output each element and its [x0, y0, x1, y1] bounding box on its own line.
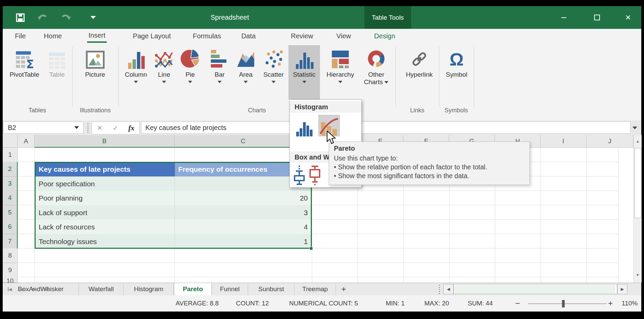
maximize-button[interactable]	[587, 6, 607, 29]
row-header-2[interactable]: 2	[3, 162, 18, 176]
sheet-tab-funnel[interactable]: Funnel	[212, 283, 248, 295]
dropdown-arrow-icon	[271, 81, 276, 83]
row-header-4[interactable]: 4	[3, 191, 18, 205]
previous-sheet-button[interactable]: ◀	[17, 283, 27, 295]
sheet-tab-pareto[interactable]: Pareto	[174, 283, 212, 295]
other-charts-button[interactable]: Other Charts	[360, 45, 393, 99]
tab-home[interactable]: Home	[37, 29, 69, 43]
vertical-scroll-thumb[interactable]	[635, 148, 641, 218]
status-max: MAX: 20	[424, 295, 449, 312]
sheet-tab-treemap[interactable]: Treemap	[295, 283, 336, 295]
cell-b6[interactable]: Lack of resources	[35, 220, 175, 234]
row-header-9[interactable]: 9	[3, 263, 18, 278]
box-whisker-red-item[interactable]	[308, 165, 322, 187]
quick-access-dropdown[interactable]	[87, 6, 99, 29]
line-chart-button[interactable]: Line	[152, 45, 176, 99]
zoom-out-button[interactable]: −	[515, 295, 520, 312]
bar-chart-button[interactable]: Bar	[207, 45, 232, 99]
cell-c4[interactable]: 20	[175, 191, 312, 205]
column-header-i[interactable]: I	[541, 135, 586, 148]
tab-page-layout[interactable]: Page Layout	[123, 29, 181, 43]
zoom-level[interactable]: 110%	[622, 295, 638, 312]
tab-review[interactable]: Review	[283, 29, 321, 43]
expand-formula-bar-button[interactable]	[632, 127, 637, 129]
scroll-down-icon[interactable]: ▼	[634, 271, 642, 279]
row-header-1[interactable]: 1	[3, 148, 18, 162]
tab-formulas[interactable]: Formulas	[186, 29, 228, 43]
hierarchy-chart-button[interactable]: Hierarchy	[323, 45, 358, 99]
close-button[interactable]: ✕	[618, 6, 638, 29]
zoom-slider[interactable]	[528, 303, 607, 304]
cell-b5[interactable]: Lack of support	[35, 205, 175, 220]
pie-chart-button[interactable]: Pie	[178, 45, 202, 99]
row-header-10[interactable]: 10	[3, 277, 18, 283]
statistic-chart-button[interactable]: Statistic	[288, 45, 320, 99]
column-header-a[interactable]: A	[18, 135, 35, 148]
cell-b4[interactable]: Poor planning	[35, 191, 175, 205]
sheet-tab-histogram[interactable]: Histogram	[124, 283, 174, 295]
scatter-chart-icon	[259, 47, 288, 69]
scroll-up-icon[interactable]: ▲	[634, 137, 642, 145]
row-header-6[interactable]: 6	[3, 220, 18, 234]
bar-chart-icon	[207, 47, 232, 69]
picture-button[interactable]: Picture	[79, 45, 111, 99]
cell-c7[interactable]: 1	[175, 234, 312, 249]
symbol-button[interactable]: Ω Symbol	[442, 45, 471, 99]
tab-data[interactable]: Data	[233, 29, 264, 43]
dropdown-arrow-icon	[134, 81, 138, 83]
scatter-chart-button[interactable]: Scatter	[259, 45, 288, 99]
next-sheet-button[interactable]: ▶	[29, 283, 39, 295]
sheet-tab-waterfall[interactable]: Waterfall	[79, 283, 124, 295]
cell-c5[interactable]: 3	[175, 205, 312, 220]
zoom-slider-thumb[interactable]	[562, 300, 565, 307]
area-chart-button[interactable]: Area	[233, 45, 259, 99]
save-button[interactable]	[13, 6, 28, 29]
cancel-entry-icon[interactable]: ✕	[97, 124, 103, 132]
zoom-in-button[interactable]: +	[608, 295, 613, 312]
select-all-corner[interactable]	[3, 135, 18, 148]
insert-function-icon[interactable]: fx	[128, 124, 135, 132]
tab-insert[interactable]: Insert	[81, 29, 113, 43]
confirm-entry-icon[interactable]: ✓	[113, 124, 118, 132]
box-whisker-blue-item[interactable]	[293, 165, 306, 187]
column-header-b[interactable]: B	[35, 135, 175, 148]
tab-scroll-splitter[interactable]	[439, 285, 440, 294]
formula-bar-drag-handle[interactable]	[87, 123, 88, 133]
minimize-button[interactable]	[554, 6, 574, 29]
first-sheet-button[interactable]: ◀	[5, 283, 15, 295]
group-label-tables: Tables	[17, 107, 58, 114]
horizontal-scroll-thumb[interactable]	[455, 285, 615, 294]
row-header-3[interactable]: 3	[3, 176, 18, 191]
cell-c6[interactable]: 4	[175, 220, 312, 234]
table-button[interactable]: Table	[43, 45, 71, 99]
row-header-8[interactable]: 8	[3, 248, 18, 263]
cell-b2[interactable]: Key causes of late projects	[35, 162, 175, 176]
tab-view[interactable]: View	[329, 29, 358, 43]
hyperlink-button[interactable]: Hyperlink	[403, 45, 436, 99]
undo-button[interactable]	[35, 6, 50, 29]
tab-file[interactable]: File	[9, 29, 31, 43]
cell-b7[interactable]: Technology issues	[35, 234, 175, 249]
chevron-down-icon	[632, 127, 637, 129]
tab-design[interactable]: Design	[368, 29, 401, 43]
name-box[interactable]: B2	[3, 121, 83, 134]
row-header-5[interactable]: 5	[3, 205, 18, 220]
histogram-chart-item[interactable]	[294, 115, 316, 136]
chevron-down-icon[interactable]	[74, 126, 79, 129]
horizontal-scrollbar[interactable]	[454, 284, 617, 294]
sheet-tab-sunburst[interactable]: Sunburst	[248, 283, 295, 295]
selection-fill-handle[interactable]	[309, 247, 313, 250]
add-sheet-button[interactable]: +	[336, 283, 351, 295]
row-header-7[interactable]: 7	[3, 234, 18, 249]
pivottable-button[interactable]: Σ PivotTable	[7, 45, 42, 99]
column-header-j[interactable]: J	[586, 135, 633, 148]
column-chart-button[interactable]: Column	[121, 45, 151, 99]
context-tab-table-tools[interactable]: Table Tools	[364, 6, 411, 29]
redo-button[interactable]	[59, 6, 74, 29]
formula-input[interactable]: Key causes of late projects	[141, 121, 630, 134]
last-sheet-button[interactable]: ▶	[41, 283, 52, 295]
vertical-scrollbar[interactable]: ▲ ▼	[633, 135, 642, 283]
hscroll-right-button[interactable]: ▶	[617, 284, 627, 294]
cell-b3[interactable]: Poor specification	[35, 176, 175, 191]
hscroll-left-button[interactable]: ◀	[443, 284, 454, 294]
